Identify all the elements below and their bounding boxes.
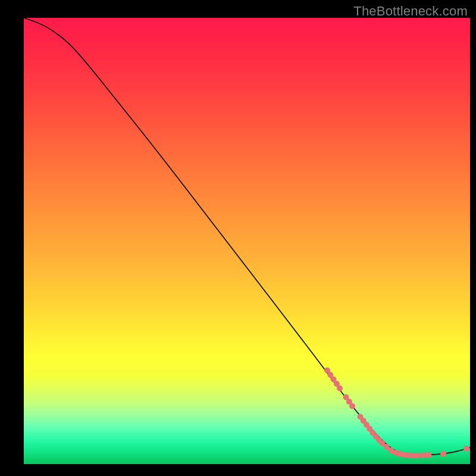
data-point bbox=[349, 403, 355, 409]
data-points-group bbox=[324, 368, 469, 459]
data-point bbox=[440, 451, 446, 457]
watermark-text: TheBottleneck.com bbox=[353, 4, 468, 19]
data-point bbox=[415, 452, 421, 458]
chart-svg bbox=[24, 18, 470, 464]
data-point bbox=[425, 452, 431, 458]
bottleneck-curve bbox=[24, 18, 470, 455]
data-point bbox=[464, 446, 469, 452]
data-point bbox=[337, 386, 343, 392]
chart-container: TheBottleneck.com bbox=[0, 0, 476, 476]
data-point bbox=[420, 452, 426, 458]
